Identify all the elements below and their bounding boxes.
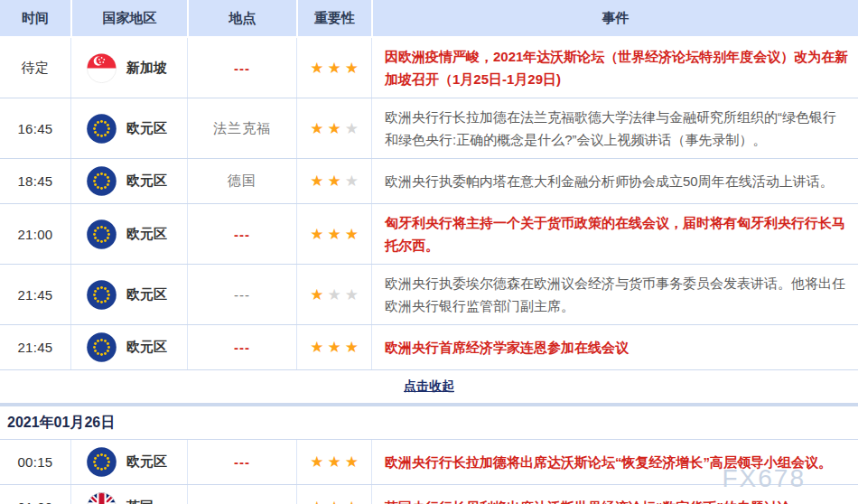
importance-stars: ★★★ <box>296 440 371 484</box>
star-filled-icon: ★ <box>327 227 340 242</box>
star-filled-icon: ★ <box>310 287 323 303</box>
event-text[interactable]: 匈牙利央行将主持一个关于货币政策的在线会议，届时将有匈牙利央行行长马托尔西。 <box>385 211 849 257</box>
star-filled-icon: ★ <box>310 454 323 470</box>
calendar-rows-day1: 待定 新加坡 --- ★★★ 因欧洲疫情严峻，2021年达沃斯论坛（世界经济论坛… <box>0 38 858 370</box>
country-cell: 欧元区 <box>70 159 187 203</box>
eu-flag-icon <box>87 447 117 477</box>
calendar-row: 待定 新加坡 --- ★★★ 因欧洲疫情严峻，2021年达沃斯论坛（世界经济论坛… <box>0 38 858 98</box>
event-text: 欧洲央行行长拉加德在法兰克福歌德大学法律与金融研究所组织的“绿色银行和绿色央行:… <box>385 106 849 151</box>
eu-flag-icon <box>87 280 117 310</box>
country-cell: 欧元区 <box>70 204 187 264</box>
star-filled-icon: ★ <box>310 61 323 76</box>
star-empty-icon: ★ <box>345 173 359 189</box>
time-cell: 18:45 <box>0 159 70 203</box>
star-filled-icon: ★ <box>327 121 340 136</box>
event-text[interactable]: 英国央行行长贝利将出席达沃斯世界经济论坛“数字货币”的专题讨论。 <box>385 496 805 504</box>
location-cell: --- <box>187 265 296 324</box>
country-cell: 欧元区 <box>70 98 187 158</box>
star-filled-icon: ★ <box>310 173 323 189</box>
star-filled-icon: ★ <box>310 227 323 242</box>
importance-stars: ★★★ <box>296 38 371 98</box>
eu-flag-icon <box>87 219 117 249</box>
calendar-row: 21:45 欧元区 --- ★★★ 欧洲央行首席经济学家连恩参加在线会议 <box>0 325 858 370</box>
location-cell: --- <box>187 485 296 504</box>
uk-flag-icon <box>87 492 117 504</box>
event-cell: 欧洲央行执委埃尔德森在欧洲议会经济与货币事务委员会发表讲话。他将出任欧洲央行银行… <box>371 265 858 324</box>
star-empty-icon: ★ <box>345 287 359 303</box>
time-cell: 待定 <box>0 38 70 98</box>
eu-flag-icon <box>87 166 117 196</box>
singapore-flag-icon <box>87 53 117 83</box>
time-cell: 16:45 <box>0 98 70 158</box>
location-cell: --- <box>187 38 296 98</box>
eu-flag-icon <box>87 114 117 144</box>
date-header-row: 2021年01月26日 <box>0 406 858 440</box>
column-header-country: 国家地区 <box>70 0 187 36</box>
time-cell: 00:15 <box>0 440 70 484</box>
calendar-row: 21:45 欧元区 --- ★★★ 欧洲央行执委埃尔德森在欧洲议会经济与货币事务… <box>0 265 858 325</box>
country-name: 欧元区 <box>126 226 167 243</box>
location-cell: 德国 <box>187 159 296 203</box>
location-cell: --- <box>187 204 296 264</box>
calendar-rows-day2: 00:15 欧元区 --- ★★★ 欧洲央行行长拉加德将出席达沃斯论坛“恢复经济… <box>0 440 858 504</box>
calendar-row: 01:00 英国 --- ★★★ 英国央行行长贝利将出席达沃斯世界经济论坛“数字… <box>0 485 858 504</box>
star-filled-icon: ★ <box>327 454 340 470</box>
star-filled-icon: ★ <box>345 227 359 242</box>
country-name: 欧元区 <box>126 120 167 137</box>
location-cell: 法兰克福 <box>187 98 296 158</box>
importance-stars: ★★★ <box>296 98 371 158</box>
event-text[interactable]: 欧洲央行首席经济学家连恩参加在线会议 <box>385 336 629 359</box>
event-cell: 欧洲央行行长拉加德在法兰克福歌德大学法律与金融研究所组织的“绿色银行和绿色央行:… <box>371 98 858 158</box>
location-cell: --- <box>187 325 296 369</box>
event-cell: 欧洲央行首席经济学家连恩参加在线会议 <box>371 325 858 369</box>
calendar-row: 00:15 欧元区 --- ★★★ 欧洲央行行长拉加德将出席达沃斯论坛“恢复经济… <box>0 440 858 485</box>
time-cell: 21:00 <box>0 204 70 264</box>
star-filled-icon: ★ <box>345 454 359 470</box>
country-cell: 欧元区 <box>70 440 187 484</box>
column-header-time: 时间 <box>0 0 70 36</box>
importance-stars: ★★★ <box>296 325 371 369</box>
event-cell: 欧洲央行行长拉加德将出席达沃斯论坛“恢复经济增长”高层领导小组会议。 <box>371 440 858 484</box>
event-text: 欧洲央行执委帕内塔在意大利金融分析师协会成立50周年在线活动上讲话。 <box>385 170 834 192</box>
importance-stars: ★★★ <box>296 159 371 203</box>
event-text[interactable]: 因欧洲疫情严峻，2021年达沃斯论坛（世界经济论坛特别年度会议）改为在新加坡召开… <box>385 45 849 90</box>
country-name: 欧元区 <box>126 453 167 471</box>
importance-stars: ★★★ <box>296 485 371 504</box>
time-cell: 01:00 <box>0 485 70 504</box>
table-header: 时间 国家地区 地点 重要性 事件 <box>0 0 858 38</box>
event-cell: 因欧洲疫情严峻，2021年达沃斯论坛（世界经济论坛特别年度会议）改为在新加坡召开… <box>371 38 858 98</box>
calendar-row: 18:45 欧元区 德国 ★★★ 欧洲央行执委帕内塔在意大利金融分析师协会成立5… <box>0 159 858 204</box>
country-cell: 欧元区 <box>70 325 187 369</box>
star-empty-icon: ★ <box>327 287 340 303</box>
star-filled-icon: ★ <box>345 61 359 76</box>
star-filled-icon: ★ <box>327 499 340 504</box>
event-cell: 英国央行行长贝利将出席达沃斯世界经济论坛“数字货币”的专题讨论。 <box>371 485 858 504</box>
column-header-importance: 重要性 <box>296 0 371 36</box>
time-cell: 21:45 <box>0 325 70 369</box>
event-cell: 匈牙利央行将主持一个关于货币政策的在线会议，届时将有匈牙利央行行长马托尔西。 <box>371 204 858 264</box>
eu-flag-icon <box>87 332 117 362</box>
country-name: 英国 <box>126 499 154 504</box>
collapse-link[interactable]: 点击收起 <box>404 378 454 395</box>
column-header-location: 地点 <box>187 0 296 36</box>
calendar-row: 16:45 欧元区 法兰克福 ★★★ 欧洲央行行长拉加德在法兰克福歌德大学法律与… <box>0 98 858 159</box>
country-cell: 新加坡 <box>70 38 187 98</box>
event-text[interactable]: 欧洲央行行长拉加德将出席达沃斯论坛“恢复经济增长”高层领导小组会议。 <box>385 451 832 473</box>
star-filled-icon: ★ <box>310 499 323 504</box>
star-empty-icon: ★ <box>345 121 359 136</box>
importance-stars: ★★★ <box>296 265 371 324</box>
star-filled-icon: ★ <box>327 173 340 189</box>
country-cell: 英国 <box>70 485 187 504</box>
collapse-row: 点击收起 <box>0 370 858 406</box>
time-cell: 21:45 <box>0 265 70 324</box>
star-filled-icon: ★ <box>327 61 340 76</box>
economic-calendar: 时间 国家地区 地点 重要性 事件 待定 新加坡 --- ★★★ <box>0 0 858 504</box>
calendar-row: 21:00 欧元区 --- ★★★ 匈牙利央行将主持一个关于货币政策的在线会议，… <box>0 204 858 265</box>
importance-stars: ★★★ <box>296 204 371 264</box>
country-name: 欧元区 <box>126 286 167 303</box>
column-header-event: 事件 <box>371 0 858 36</box>
star-filled-icon: ★ <box>345 499 359 504</box>
country-name: 新加坡 <box>126 60 167 77</box>
event-text: 欧洲央行执委埃尔德森在欧洲议会经济与货币事务委员会发表讲话。他将出任欧洲央行银行… <box>385 272 849 317</box>
country-cell: 欧元区 <box>70 265 187 324</box>
